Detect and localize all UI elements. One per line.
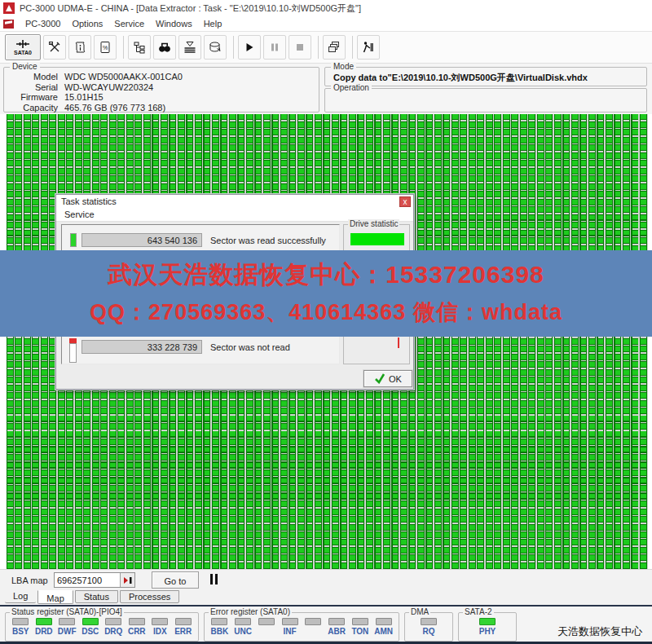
led-crr: CRR <box>127 618 147 636</box>
device-serial-value: WD-WCAYUW220324 <box>64 82 319 93</box>
svg-text:%: % <box>103 45 108 51</box>
task-tree-button[interactable] <box>128 35 151 60</box>
led-blank <box>257 618 276 628</box>
operation-panel-title: Operation <box>331 83 372 92</box>
copies-button[interactable] <box>323 35 346 60</box>
lba-input-wrap <box>54 572 135 588</box>
device-info: Model WDC WD5000AAKX-001CA0 Serial WD-WC… <box>4 68 319 112</box>
tab-log[interactable]: Log <box>5 590 36 603</box>
led-ton: TON <box>350 618 370 636</box>
dma-group: DMA RQ <box>404 612 453 642</box>
stop-icon <box>293 41 306 54</box>
report-icon: % <box>99 41 112 54</box>
write-disk-button[interactable] <box>204 35 227 60</box>
mode-panel-title: Mode <box>331 62 356 71</box>
tab-processes[interactable]: Processes <box>120 590 179 603</box>
drive-statistic-title: Drive statistic <box>348 219 399 228</box>
filter-button[interactable] <box>178 35 201 60</box>
led-dwf: DWF <box>57 618 77 636</box>
app-logo-icon <box>3 2 15 14</box>
status-register-group: Status register (SATA0)-[PIO4] BSY DRD D… <box>5 612 199 642</box>
dma-title: DMA <box>409 607 430 616</box>
close-icon[interactable]: x <box>399 196 411 207</box>
bottom-tabs: Log Map Status Processes <box>0 590 652 605</box>
dialog-titlebar[interactable]: Task statistics x <box>56 195 413 208</box>
run-process-button[interactable] <box>357 35 380 60</box>
search-icon <box>158 41 171 54</box>
menu-pc3000[interactable]: PC-3000 <box>25 19 60 29</box>
operation-panel: Operation <box>324 88 647 112</box>
menu-options[interactable]: Options <box>72 19 103 29</box>
sata2-group: SATA-2 PHY <box>458 612 517 642</box>
menu-help[interactable]: Help <box>204 19 222 29</box>
device-model-label: Model <box>4 72 58 82</box>
led-bbk: BBK <box>209 618 229 636</box>
ok-button[interactable]: OK <box>363 370 412 387</box>
statusbar: Status register (SATA0)-[PIO4] BSY DRD D… <box>0 605 652 644</box>
stop-button[interactable] <box>289 35 311 60</box>
device-panel-title: Device <box>10 62 40 71</box>
toolbar: SATA0 % <box>0 31 652 64</box>
pc3000-window: PC-3000 UDMA-E - CHINA - [Data Extractor… <box>0 0 652 644</box>
device-capacity-label: Capacity <box>4 103 58 113</box>
script-button[interactable] <box>68 35 91 60</box>
sata2-title: SATA-2 <box>463 607 494 616</box>
menubar: PC-3000 Options Service Windows Help <box>0 16 652 31</box>
tools-button[interactable] <box>43 35 66 60</box>
error-register-title: Error register (SATA0) <box>209 607 292 616</box>
watermark-banner: 武汉天浩数据恢复中心：15337206398 QQ：270569363、4106… <box>0 250 652 337</box>
sata-port-icon <box>16 39 29 49</box>
lba-map-label: LBA map <box>11 576 48 585</box>
led-bsy: BSY <box>11 618 30 636</box>
error-register-group: Error register (SATA0) BBK UNC INF ABR T… <box>204 612 399 642</box>
sata0-label: SATA0 <box>14 50 32 55</box>
pause-button[interactable] <box>263 35 286 60</box>
led-drq: DRQ <box>104 618 123 636</box>
stat-label-read: Sector was read successfully <box>210 236 326 245</box>
pause-icon <box>268 41 281 54</box>
filter-icon <box>183 41 196 54</box>
menu-windows[interactable]: Windows <box>156 19 192 29</box>
device-firmware-label: Firmware <box>4 92 58 103</box>
sata0-button[interactable]: SATA0 <box>5 34 41 60</box>
toolbar-separator <box>123 36 124 59</box>
device-model-value: WDC WD5000AAKX-001CA0 <box>64 72 319 82</box>
start-icon <box>243 41 256 54</box>
mode-panel: Mode Copy data to"E:\2019\10.10-刘WD500G开… <box>324 67 647 86</box>
led-rq: RQ <box>419 618 438 636</box>
lba-input[interactable] <box>55 573 120 587</box>
led-err: ERR <box>174 618 193 636</box>
pause-indicator-icon[interactable] <box>210 574 218 584</box>
check-icon <box>374 373 385 384</box>
script-icon <box>73 41 86 54</box>
led-drd: DRD <box>34 618 54 636</box>
toolbar-separator <box>318 36 319 59</box>
menu-service[interactable]: Service <box>114 19 144 29</box>
led-amn: AMN <box>374 618 394 636</box>
window-title: PC-3000 UDMA-E - CHINA - [Data Extractor… <box>20 2 361 15</box>
led-dsc: DSC <box>81 618 100 636</box>
company-watermark: 天浩数据恢复中心 <box>557 624 642 639</box>
task-tree-icon <box>133 41 146 54</box>
device-capacity-value: 465.76 GB (976 773 168) <box>64 103 319 113</box>
status-register-title: Status register (SATA0)-[PIO4] <box>10 607 124 616</box>
lba-spin-icon <box>123 576 133 584</box>
report-button[interactable]: % <box>94 35 117 60</box>
goto-button[interactable]: Go to <box>152 571 199 589</box>
stat-value-read: 643 540 136 <box>82 233 202 247</box>
tab-map[interactable]: Map <box>37 590 73 604</box>
lba-spin-button[interactable] <box>120 573 134 587</box>
stat-label-not-read: Sector was not read <box>210 342 290 352</box>
start-button[interactable] <box>238 35 261 60</box>
search-button[interactable] <box>153 35 176 60</box>
ok-button-label: OK <box>389 374 402 384</box>
utility-tools-icon <box>48 41 61 54</box>
device-panel: Device Model WDC WD5000AAKX-001CA0 Seria… <box>3 67 319 112</box>
watermark-line2: QQ：270569363、410614363 微信：whdata <box>0 298 652 327</box>
tab-status[interactable]: Status <box>75 590 118 603</box>
titlebar: PC-3000 UDMA-E - CHINA - [Data Extractor… <box>0 0 652 16</box>
led-phy: PHY <box>478 618 497 636</box>
mode-value: Copy data to"E:\2019\10.10-刘WD500G开盘\Vir… <box>325 68 646 84</box>
pc3000-menu-icon <box>3 20 14 29</box>
led-blank <box>303 618 323 628</box>
